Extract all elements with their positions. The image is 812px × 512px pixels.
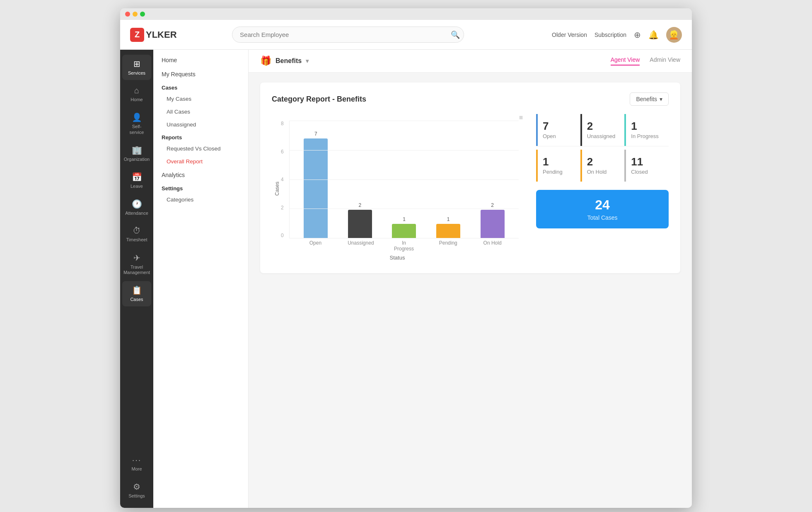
total-number: 24 xyxy=(544,197,660,213)
sidebar-item-more[interactable]: ··· More xyxy=(122,451,151,476)
older-version-link[interactable]: Older Version xyxy=(552,32,587,38)
report-area: Category Report - Benefits Benefits ▾ ≡ xyxy=(249,73,692,283)
leave-icon: 📅 xyxy=(132,172,142,182)
sidebar-item-timesheet[interactable]: ⏱ Timesheet xyxy=(122,222,151,247)
bar-onhold xyxy=(481,210,505,238)
nav-all-cases[interactable]: All Cases xyxy=(153,105,248,118)
home-icon: ⌂ xyxy=(134,86,139,95)
minimize-dot[interactable] xyxy=(133,12,138,17)
app-window: Z YLKER 🔍 Older Version Subscription ⊕ 🔔… xyxy=(120,8,692,508)
sidebar-item-cases[interactable]: 📋 Cases xyxy=(122,281,151,306)
notification-icon[interactable]: 🔔 xyxy=(648,30,659,40)
grid-line-4 xyxy=(290,180,519,180)
sidebar-item-label-more: More xyxy=(131,466,142,472)
add-icon[interactable]: ⊕ xyxy=(634,30,641,40)
search-icon: 🔍 xyxy=(451,31,460,39)
bar-group-pending: 1 xyxy=(436,216,460,238)
sidebar-item-attendance[interactable]: 🕐 Attendance xyxy=(122,195,151,220)
bar-value-unassigned: 2 xyxy=(359,202,362,208)
bar-value-pending: 1 xyxy=(447,216,450,222)
logo-text: YLKER xyxy=(146,29,177,40)
tab-admin-view[interactable]: Admin View xyxy=(650,56,680,66)
report-card: Category Report - Benefits Benefits ▾ ≡ xyxy=(260,83,680,273)
sidebar-item-organization[interactable]: 🏢 Organization xyxy=(122,141,151,166)
nav-unassigned[interactable]: Unassigned xyxy=(153,118,248,131)
maximize-dot[interactable] xyxy=(140,12,145,17)
tab-agent-view[interactable]: Agent View xyxy=(611,56,640,66)
stats-row-2: 1 Pending 2 On Hold 11 Closed xyxy=(536,150,669,182)
nav-my-requests[interactable]: My Requests xyxy=(153,67,248,81)
total-label: Total Cases xyxy=(544,214,660,221)
stat-pending: 1 Pending xyxy=(536,150,580,182)
cases-icon: 📋 xyxy=(132,285,142,295)
bar-group-inprogress: 1 xyxy=(392,216,416,238)
bar-value-open: 7 xyxy=(314,131,317,137)
bar-value-onhold: 2 xyxy=(491,202,494,208)
nav-actions: Older Version Subscription ⊕ 🔔 👱 xyxy=(552,27,682,43)
y-tick-4: 4 xyxy=(281,177,284,182)
x-label-onhold: On Hold xyxy=(481,240,505,252)
sidebar-item-label-settings: Settings xyxy=(128,493,145,499)
nav-cases-group: Cases xyxy=(153,81,248,92)
report-title: Category Report - Benefits xyxy=(272,95,366,104)
stat-open: 7 Open xyxy=(536,114,580,146)
close-dot[interactable] xyxy=(125,12,130,17)
sidebar-item-self-service[interactable]: 👤 Self-service xyxy=(122,108,151,139)
sidebar-item-label-travel: Travel Management xyxy=(123,264,150,275)
travel-icon: ✈ xyxy=(133,253,140,263)
y-axis-title: Cases xyxy=(274,182,280,196)
y-tick-0: 0 xyxy=(281,233,284,238)
filter-label: Benefits xyxy=(636,96,657,102)
search-bar: 🔍 xyxy=(232,27,464,43)
grid-line-6 xyxy=(290,150,519,150)
x-label-inprogress: In Progress xyxy=(392,240,416,252)
top-nav: Z YLKER 🔍 Older Version Subscription ⊕ 🔔… xyxy=(120,20,692,50)
grid-line-2 xyxy=(290,209,519,209)
self-service-icon: 👤 xyxy=(132,112,142,122)
bar-open xyxy=(304,138,328,238)
nav-overall-report[interactable]: Overall Report xyxy=(153,155,248,168)
organization-icon: 🏢 xyxy=(132,145,142,155)
view-tabs: Agent View Admin View xyxy=(611,56,680,66)
sidebar-item-label-home: Home xyxy=(130,97,143,102)
stat-inprogress-number: 1 xyxy=(631,121,664,131)
nav-categories[interactable]: Categories xyxy=(153,193,248,206)
sidebar-item-leave[interactable]: 📅 Leave xyxy=(122,168,151,193)
sidebar-item-services[interactable]: ⊞ Services xyxy=(122,55,151,80)
content-header: 🎁 Benefits ▾ Agent View Admin View xyxy=(249,50,692,73)
nav-my-cases[interactable]: My Cases xyxy=(153,92,248,105)
total-card[interactable]: 24 Total Cases xyxy=(536,190,669,228)
bar-inprogress xyxy=(392,224,416,238)
report-header: Category Report - Benefits Benefits ▾ xyxy=(272,92,669,106)
nav-home[interactable]: Home xyxy=(153,53,248,67)
breadcrumb-arrow-icon: ▾ xyxy=(306,58,309,64)
more-icon: ··· xyxy=(132,455,142,465)
sidebar-item-settings[interactable]: ⚙ Settings xyxy=(122,478,151,503)
stats-panel: 7 Open 2 Unassigned 1 In Progress xyxy=(536,114,669,228)
stat-closed-label: Closed xyxy=(631,169,664,175)
y-tick-8: 8 xyxy=(281,121,284,126)
y-tick-6: 6 xyxy=(281,149,284,155)
stat-unassigned-label: Unassigned xyxy=(587,133,620,139)
stat-onhold: 2 On Hold xyxy=(580,150,625,182)
nav-requested-vs-closed[interactable]: Requested Vs Closed xyxy=(153,142,248,155)
filter-button[interactable]: Benefits ▾ xyxy=(630,92,669,106)
search-button[interactable]: 🔍 xyxy=(451,30,460,39)
sidebar-item-home[interactable]: ⌂ Home xyxy=(122,82,151,107)
sidebar-item-label-organization: Organization xyxy=(124,157,150,162)
logo-z-icon: Z xyxy=(130,28,144,42)
subscription-link[interactable]: Subscription xyxy=(594,32,626,38)
attendance-icon: 🕐 xyxy=(132,199,142,209)
search-input[interactable] xyxy=(232,27,464,43)
sidebar-item-label-attendance: Attendance xyxy=(125,211,148,216)
stat-pending-number: 1 xyxy=(543,156,575,167)
x-axis-title: Status xyxy=(272,255,523,261)
logo[interactable]: Z YLKER xyxy=(130,28,184,42)
x-label-unassigned: Unassigned xyxy=(348,240,372,252)
user-avatar[interactable]: 👱 xyxy=(666,27,682,43)
x-label-pending: Pending xyxy=(436,240,460,252)
sidebar-item-travel[interactable]: ✈ Travel Management xyxy=(122,249,151,279)
bar-group-open: 7 xyxy=(304,131,328,238)
nav-analytics[interactable]: Analytics xyxy=(153,168,248,182)
main-layout: ⊞ Services ⌂ Home 👤 Self-service 🏢 Organ… xyxy=(120,50,692,508)
